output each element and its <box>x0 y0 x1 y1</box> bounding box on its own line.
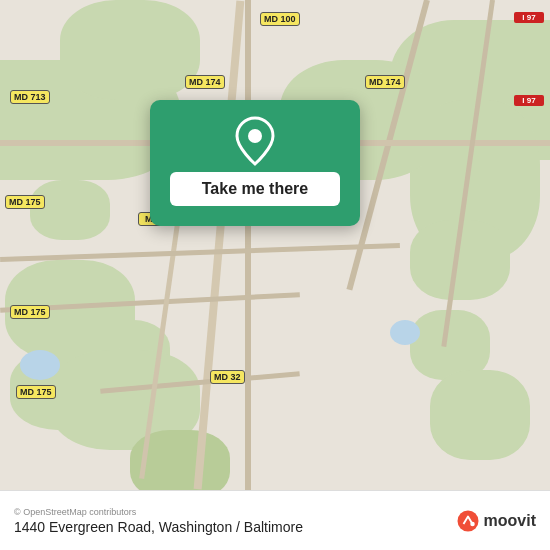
route-badge-md175b: MD 175 <box>10 305 50 319</box>
take-me-there-button[interactable]: Take me there <box>170 172 340 206</box>
map-container: MD 100 MD 174 MD 174 MD 713 MD 175 MD 17… <box>0 0 550 490</box>
svg-point-2 <box>470 521 475 526</box>
map-attribution: © OpenStreetMap contributors <box>14 507 303 517</box>
route-badge-md175a: MD 175 <box>5 195 45 209</box>
green-area <box>60 0 200 100</box>
route-badge-md713: MD 713 <box>10 90 50 104</box>
route-badge-md175c: MD 175 <box>16 385 56 399</box>
address-label: 1440 Evergreen Road, Washington / Baltim… <box>14 519 303 535</box>
popup-card: Take me there <box>150 100 360 226</box>
moovit-logo: moovit <box>456 509 536 533</box>
route-badge-md32: MD 32 <box>210 370 245 384</box>
route-shield-i97a: I 97 <box>514 12 544 23</box>
route-badge-md174b: MD 174 <box>365 75 405 89</box>
route-shield-i97b: I 97 <box>514 95 544 106</box>
location-pin-icon <box>233 116 277 160</box>
green-area <box>30 180 110 240</box>
route-badge-md100: MD 100 <box>260 12 300 26</box>
moovit-icon <box>456 509 480 533</box>
route-badge-md174a: MD 174 <box>185 75 225 89</box>
water-area <box>390 320 420 345</box>
svg-point-1 <box>457 510 478 531</box>
bottom-bar: © OpenStreetMap contributors 1440 Evergr… <box>0 490 550 550</box>
svg-point-0 <box>248 129 262 143</box>
bottom-left-info: © OpenStreetMap contributors 1440 Evergr… <box>14 507 303 535</box>
road <box>245 0 251 490</box>
green-area <box>430 370 530 460</box>
moovit-text: moovit <box>484 512 536 530</box>
water-area <box>20 350 60 380</box>
